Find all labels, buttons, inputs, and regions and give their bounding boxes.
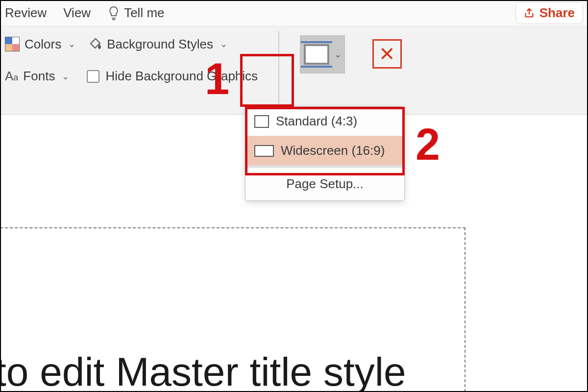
page-setup-item[interactable]: Page Setup... — [245, 168, 404, 200]
tab-view[interactable]: View — [63, 5, 91, 21]
share-icon — [524, 8, 535, 19]
aspect-169-icon — [254, 145, 274, 157]
share-button[interactable]: Share — [515, 2, 583, 24]
lightbulb-icon — [107, 5, 120, 22]
fonts-dropdown[interactable]: Aa Fonts ⌄ — [5, 69, 69, 84]
colors-dropdown[interactable]: Colors ⌄ — [5, 37, 75, 52]
close-icon: ✕ — [379, 43, 395, 65]
tab-review[interactable]: Review — [5, 5, 47, 21]
ribbon-tabs: Review View Tell me Share — [0, 0, 588, 26]
aspect-43-icon — [254, 115, 269, 128]
slide-size-standard[interactable]: Standard (4:3) — [245, 107, 404, 136]
checkbox-icon — [87, 70, 99, 83]
chevron-down-icon: ⌄ — [334, 49, 342, 60]
fonts-icon: Aa — [5, 69, 18, 84]
widescreen-label: Widescreen (16:9) — [281, 143, 385, 158]
standard-label: Standard (4:3) — [276, 114, 357, 129]
chevron-down-icon: ⌄ — [68, 39, 75, 49]
slide-size-icon — [304, 44, 329, 65]
ribbon-divider — [278, 31, 279, 105]
slide-size-widescreen[interactable]: Widescreen (16:9) — [245, 136, 404, 166]
paint-bucket-icon — [87, 36, 102, 52]
page-setup-label: Page Setup... — [286, 176, 364, 192]
fonts-label: Fonts — [23, 69, 55, 84]
background-styles-dropdown[interactable]: Background Styles ⌄ — [87, 36, 227, 52]
colors-label: Colors — [24, 37, 61, 52]
chevron-down-icon: ⌄ — [220, 39, 227, 49]
hide-background-label: Hide Background Graphics — [105, 69, 258, 84]
master-title-placeholder[interactable]: to edit Master title style — [0, 349, 406, 392]
slide-size-menu: Standard (4:3) Widescreen (16:9) Page Se… — [245, 106, 405, 201]
tell-me-label: Tell me — [124, 5, 164, 21]
slide-size-button[interactable]: ⌄ — [300, 35, 345, 74]
tell-me-search[interactable]: Tell me — [107, 5, 164, 22]
colors-icon — [5, 37, 20, 51]
ribbon-group-background: Colors ⌄ Background Styles ⌄ Aa Fonts ⌄ — [5, 36, 258, 84]
share-label: Share — [539, 5, 575, 21]
chevron-down-icon: ⌄ — [62, 71, 69, 82]
hide-background-checkbox[interactable]: Hide Background Graphics — [87, 69, 258, 84]
background-styles-label: Background Styles — [107, 37, 213, 52]
close-master-button[interactable]: ✕ — [372, 39, 402, 69]
ribbon: Colors ⌄ Background Styles ⌄ Aa Fonts ⌄ — [0, 26, 588, 115]
